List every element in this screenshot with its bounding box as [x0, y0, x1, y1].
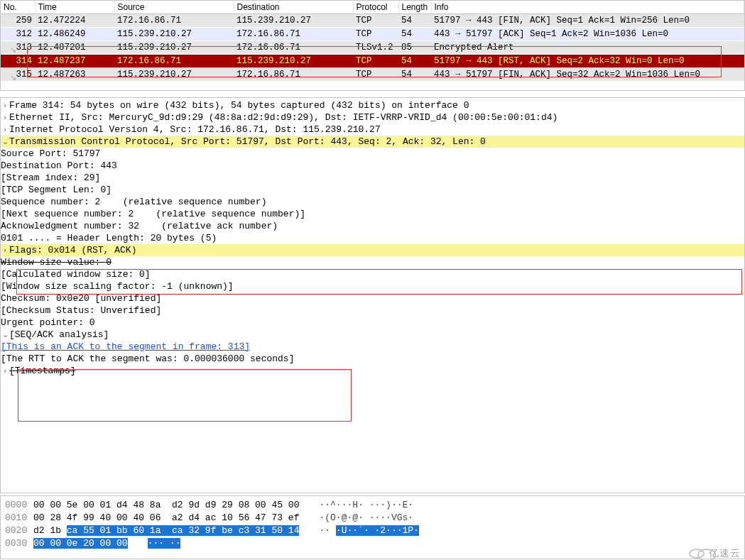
packet-row[interactable]: 31512.487263115.239.210.27172.16.86.71TC… [1, 68, 744, 82]
hex-row[interactable]: 003000 00 0e 20 00 00··· ·· [5, 537, 740, 550]
hex-bytes[interactable]: 00 00 5e 00 01 d4 48 8a d2 9d d9 29 08 0… [33, 499, 299, 512]
cell-src: 172.16.86.71 [114, 14, 234, 28]
cell-dst: 115.239.210.27 [234, 14, 353, 28]
cell-info: 51797 → 443 [FIN, ACK] Seq=1 Ack=1 Win=2… [431, 14, 744, 28]
cell-dst: 172.16.86.71 [234, 68, 353, 82]
col-protocol[interactable]: Protocol [353, 1, 398, 14]
win-size[interactable]: Window size value: 0 [1, 256, 744, 268]
cell-proto: TLSv1.2 [353, 41, 398, 55]
checksum[interactable]: Checksum: 0x0e20 [unverified] [1, 292, 744, 304]
cell-src: 115.239.210.27 [114, 41, 234, 55]
col-time[interactable]: Time [35, 1, 114, 14]
hex-ascii: ··· ·· [148, 537, 181, 550]
cell-proto: TCP [353, 68, 398, 82]
cell-dst: 115.239.210.27 [234, 55, 353, 68]
hex-offset: 0000 [5, 499, 33, 512]
cell-no: 314 [1, 55, 35, 68]
rtt[interactable]: [The RTT to ACK the segment was: 0.00003… [1, 353, 744, 365]
cell-len: 54 [398, 55, 431, 68]
ip-node[interactable]: ›Internet Protocol Version 4, Src: 172.1… [1, 123, 744, 136]
expand-icon[interactable]: › [1, 125, 9, 133]
expand-icon[interactable]: › [1, 366, 9, 375]
ethernet-node[interactable]: ›Ethernet II, Src: MercuryC_9d:d9:29 (48… [1, 111, 744, 123]
cell-len: 54 [398, 68, 431, 82]
cell-len: 85 [398, 41, 431, 55]
packet-row[interactable]: 31312.487201115.239.210.27172.16.86.71TL… [1, 41, 744, 55]
expand-icon[interactable]: › [1, 113, 9, 121]
expand-icon[interactable]: › [1, 101, 9, 109]
flags-node[interactable]: ›Flags: 0x014 (RST, ACK) [1, 244, 744, 256]
cell-time: 12.472224 [35, 14, 114, 28]
hex-offset: 0010 [5, 512, 33, 525]
cell-info: 443 → 51797 [FIN, ACK] Seq=32 Ack=2 Win=… [431, 68, 744, 82]
cell-no: 313 [1, 41, 35, 55]
cell-src: 115.239.210.27 [114, 28, 234, 41]
dst-port[interactable]: Destination Port: 443 [1, 160, 744, 172]
cell-no: 315 [1, 68, 35, 82]
collapse-icon[interactable]: ⌄ [1, 137, 9, 146]
hex-row[interactable]: 0020d2 1b ca 55 01 bb 60 1a ca 32 9f be … [5, 525, 740, 537]
win-scale[interactable]: [Window size scaling factor: -1 (unknown… [1, 280, 744, 292]
next-seq[interactable]: [Next sequence number: 2 (relative seque… [1, 208, 744, 220]
cell-no: 312 [1, 28, 35, 41]
cell-time: 12.487201 [35, 41, 114, 55]
cell-time: 12.486249 [35, 28, 114, 41]
hex-offset: 0030 [5, 537, 33, 550]
timestamps-node[interactable]: ›[Timestamps] [1, 365, 744, 377]
packet-row[interactable]: 31412.487237172.16.86.71115.239.210.27TC… [1, 55, 744, 68]
cell-len: 54 [398, 14, 431, 28]
cell-len: 54 [398, 28, 431, 41]
collapse-icon[interactable]: ⌄ [1, 330, 9, 339]
cell-src: 115.239.210.27 [114, 68, 234, 82]
hex-bytes[interactable]: d2 1b ca 55 01 bb 60 1a ca 32 9f be c3 3… [33, 525, 299, 537]
col-no[interactable]: No. [1, 1, 35, 14]
cell-time: 12.487237 [35, 55, 114, 68]
packet-list[interactable]: No. Time Source Destination Protocol Len… [0, 0, 745, 91]
cell-info: 51797 → 443 [RST, ACK] Seq=2 Ack=32 Win=… [431, 55, 744, 68]
hex-view[interactable]: 000000 00 5e 00 01 d4 48 8a d2 9d d9 29 … [0, 495, 745, 559]
hex-row[interactable]: 001000 28 4f 99 40 00 40 06 a2 d4 ac 10 … [5, 512, 740, 525]
col-source[interactable]: Source [114, 1, 234, 14]
hex-bytes[interactable]: 00 28 4f 99 40 00 40 06 a2 d4 ac 10 56 4… [33, 512, 299, 525]
cell-proto: TCP [353, 28, 398, 41]
tcp-node[interactable]: ⌄Transmission Control Protocol, Src Port… [1, 136, 744, 148]
hex-ascii: ··^···H· ···)··E· [319, 499, 413, 512]
expand-icon[interactable]: › [1, 246, 9, 254]
column-headers[interactable]: No. Time Source Destination Protocol Len… [1, 1, 744, 14]
calc-win[interactable]: [Calculated window size: 0] [1, 268, 744, 280]
seq-ack-analysis[interactable]: ⌄[SEQ/ACK analysis] [1, 329, 744, 341]
col-length[interactable]: Length [398, 1, 431, 14]
frame-node[interactable]: ›Frame 314: 54 bytes on wire (432 bits),… [1, 99, 744, 111]
checksum-status[interactable]: [Checksum Status: Unverified] [1, 304, 744, 317]
cell-dst: 172.16.86.71 [234, 41, 353, 55]
packet-details[interactable]: ›Frame 314: 54 bytes on wire (432 bits),… [0, 97, 745, 493]
col-destination[interactable]: Destination [234, 1, 353, 14]
hex-row[interactable]: 000000 00 5e 00 01 d4 48 8a d2 9d d9 29 … [5, 499, 740, 512]
watermark: 亿速云 [689, 547, 741, 560]
ack-to-frame[interactable]: [This is an ACK to the segment in frame:… [1, 341, 744, 353]
cell-info: Encrypted Alert [431, 41, 744, 55]
hex-ascii: ·· ·U··`· ·2···1P· [319, 525, 418, 537]
hex-offset: 0020 [5, 525, 33, 537]
col-info[interactable]: Info [431, 1, 744, 14]
cell-src: 172.16.86.71 [114, 55, 234, 68]
seq-num[interactable]: Sequence number: 2 (relative sequence nu… [1, 196, 744, 208]
cell-no: 259 [1, 14, 35, 28]
src-port[interactable]: Source Port: 51797 [1, 148, 744, 160]
ack-num[interactable]: Acknowledgment number: 32 (relative ack … [1, 220, 744, 232]
header-len[interactable]: 0101 .... = Header Length: 20 bytes (5) [1, 232, 744, 244]
cell-dst: 172.16.86.71 [234, 28, 353, 41]
cell-proto: TCP [353, 14, 398, 28]
seg-len[interactable]: [TCP Segment Len: 0] [1, 184, 744, 196]
cell-info: 443 → 51797 [ACK] Seq=1 Ack=2 Win=1036 L… [431, 28, 744, 41]
hex-ascii: ·(O·@·@· ····VGs· [319, 512, 413, 525]
packet-row[interactable]: 25912.472224172.16.86.71115.239.210.27TC… [1, 14, 744, 28]
logo-icon [689, 549, 705, 559]
hex-bytes[interactable]: 00 00 0e 20 00 00 [33, 537, 128, 550]
urgent-ptr[interactable]: Urgent pointer: 0 [1, 317, 744, 329]
stream-index[interactable]: [Stream index: 29] [1, 172, 744, 184]
packet-row[interactable]: 31212.486249115.239.210.27172.16.86.71TC… [1, 28, 744, 41]
cell-proto: TCP [353, 55, 398, 68]
cell-time: 12.487263 [35, 68, 114, 82]
